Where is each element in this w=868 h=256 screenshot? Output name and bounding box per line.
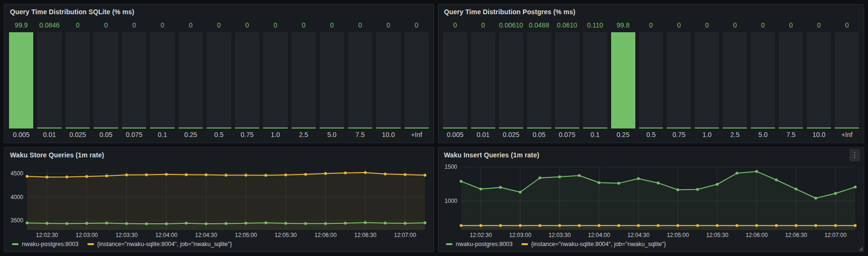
- x-axis-label: 2.5: [292, 128, 316, 141]
- series-point-1: [205, 174, 208, 176]
- timeseries-plot[interactable]: 1000150012:02:3012:03:0012:03:3012:04:00…: [439, 163, 861, 239]
- legend-item[interactable]: nwaku-postgres:8003: [446, 241, 513, 247]
- panel-title[interactable]: Query Time Distribution Postgres (% ms): [444, 8, 576, 16]
- y-axis-tick-label: 4500: [10, 170, 23, 177]
- legend-item[interactable]: {instance="nwaku-sqlite:8004", job="nwak…: [521, 241, 666, 247]
- panel-menu-icon[interactable]: ⋮: [849, 149, 860, 161]
- histogram-bar-fill: [348, 128, 372, 128]
- bar-value-label: 0: [639, 20, 663, 30]
- series-point-1: [245, 174, 247, 177]
- x-axis-tick-label: 12:02:30: [36, 232, 58, 238]
- histogram-bar: [179, 32, 203, 128]
- x-axis-label: 0.025: [66, 128, 90, 141]
- histogram-bar: [527, 32, 551, 128]
- series-point-1: [814, 224, 817, 227]
- x-axis-tick-label: 12:02:30: [470, 232, 492, 238]
- bar-gauge-bars: [9, 32, 429, 128]
- bar-value-label: 0: [207, 20, 231, 30]
- bar-value-label: 0: [66, 20, 90, 30]
- series-point-1: [696, 224, 699, 227]
- histogram-bar-fill: [695, 128, 719, 128]
- x-axis-label: 0.25: [611, 128, 635, 141]
- bar-value-label: 0: [235, 20, 259, 30]
- series-point-1: [26, 175, 28, 178]
- x-axis-tick-label: 12:03:00: [75, 232, 98, 238]
- series-point-1: [677, 224, 679, 227]
- histogram-bar: [779, 32, 803, 128]
- histogram-bar: [807, 32, 831, 128]
- histogram-bar-fill: [611, 32, 635, 128]
- panel-title[interactable]: Waku Insert Queries (1m rate): [444, 151, 539, 159]
- histogram-bar-fill: [376, 128, 400, 128]
- x-axis-label: 1.0: [263, 128, 287, 141]
- bar-value-label: 0: [779, 20, 803, 30]
- histogram-bar-fill: [807, 128, 831, 128]
- histogram-bar: [37, 32, 61, 128]
- series-point-1: [657, 224, 660, 227]
- histogram-bar: [639, 32, 663, 128]
- x-axis-labels: 0.0050.010.0250.050.0750.10.250.50.751.0…: [9, 128, 429, 141]
- legend-series-label: nwaku-postgres:8003: [456, 241, 513, 247]
- bar-value-labels: 99.90.08460000000000000: [9, 20, 429, 30]
- panel-resize-handle[interactable]: [859, 247, 863, 251]
- x-axis-label: 7.5: [348, 128, 372, 141]
- histogram-chart: 000.006100.04880.06100.11099.800000000 0…: [438, 19, 864, 143]
- series-point-1: [304, 173, 307, 176]
- panel-title[interactable]: Query Time Distribution SQLite (% ms): [10, 8, 134, 16]
- x-axis-tick-label: 12:06:30: [354, 232, 377, 238]
- panel-header: Query Time Distribution SQLite (% ms): [4, 4, 434, 19]
- series-point-0: [578, 174, 581, 177]
- histogram-bar: [292, 32, 316, 128]
- x-axis-label: 0.025: [499, 128, 523, 141]
- legend-swatch: [87, 243, 94, 245]
- histogram-bar-fill: [667, 128, 691, 128]
- histogram-bar-fill: [263, 128, 287, 128]
- x-axis-tick-label: 12:04:00: [155, 232, 178, 238]
- legend-item[interactable]: nwaku-postgres:8003: [12, 241, 79, 247]
- x-axis-tick-label: 12:04:30: [627, 232, 650, 238]
- histogram-bar-fill: [835, 128, 859, 128]
- histogram-chart: 99.90.08460000000000000 0.0050.010.0250.…: [4, 19, 434, 143]
- histogram-bar: [835, 32, 859, 128]
- x-axis-tick-label: 12:05:30: [274, 232, 297, 238]
- legend-item[interactable]: {instance="nwaku-sqlite:8004", job="nwak…: [87, 241, 232, 247]
- histogram-bar-fill: [150, 128, 174, 128]
- series-fill-1: [27, 173, 425, 230]
- bar-value-label: 0: [807, 20, 831, 30]
- bar-value-label: 0: [179, 20, 203, 30]
- x-axis-tick-label: 12:06:00: [745, 232, 768, 238]
- series-point-1: [384, 173, 387, 175]
- panel-store-queries: Waku Store Queries (1m rate) 35004000450…: [4, 147, 434, 252]
- panel-header: Waku Store Queries (1m rate): [4, 147, 434, 163]
- bar-value-label: 0: [122, 20, 146, 30]
- series-point-1: [637, 224, 640, 227]
- series-point-0: [814, 197, 817, 200]
- series-point-1: [66, 175, 68, 178]
- bar-value-label: 0: [263, 20, 287, 30]
- series-point-0: [795, 188, 798, 191]
- histogram-bar-fill: [723, 128, 747, 128]
- series-point-0: [519, 191, 522, 193]
- timeseries-plot[interactable]: 35004000450012:02:3012:03:0012:03:3012:0…: [5, 163, 431, 239]
- legend: nwaku-postgres:8003{instance="nwaku-sqli…: [438, 239, 864, 252]
- bar-value-label: 0.0846: [37, 20, 61, 30]
- histogram-bar-fill: [443, 128, 467, 128]
- series-point-0: [677, 188, 679, 191]
- series-point-0: [854, 186, 857, 189]
- histogram-bar: [263, 32, 287, 128]
- x-axis-label: 0.005: [443, 128, 467, 141]
- series-point-1: [755, 224, 758, 227]
- x-axis-tick-label: 12:05:00: [235, 232, 257, 238]
- histogram-bar: [94, 32, 118, 128]
- x-axis-label: 0.75: [667, 128, 691, 141]
- histogram-bar-fill: [639, 128, 663, 128]
- series-point-1: [165, 173, 168, 176]
- panel-title[interactable]: Waku Store Queries (1m rate): [10, 151, 104, 159]
- bar-value-label: 0: [94, 20, 118, 30]
- x-axis-tick-label: 12:03:30: [548, 232, 571, 238]
- x-axis-label: 1.0: [695, 128, 719, 141]
- bar-value-label: 0: [471, 20, 495, 30]
- x-axis-tick-label: 12:03:30: [115, 232, 138, 238]
- legend: nwaku-postgres:8003{instance="nwaku-sqli…: [4, 239, 434, 252]
- x-axis-label: 10.0: [807, 128, 831, 141]
